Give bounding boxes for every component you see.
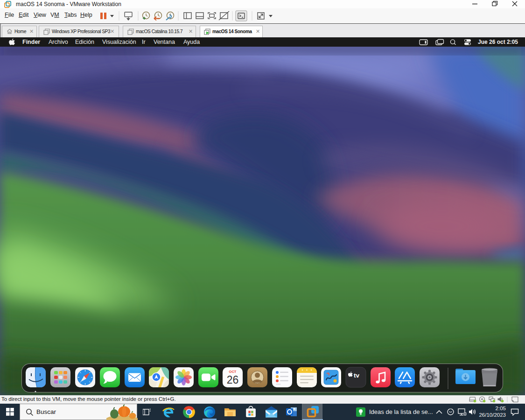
- svg-text:26: 26: [227, 374, 239, 386]
- svg-text:OCT: OCT: [229, 370, 237, 374]
- svg-text:tv: tv: [354, 372, 359, 379]
